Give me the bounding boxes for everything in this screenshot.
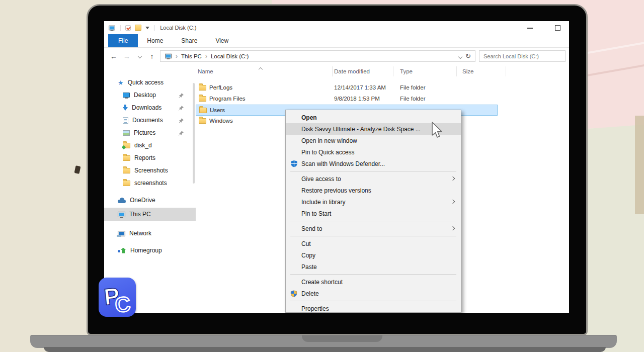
sidebar-item-desktop[interactable]: Desktop: [104, 89, 196, 101]
sidebar-item-downloads[interactable]: Downloads: [104, 102, 196, 114]
file-name: Users: [210, 107, 225, 113]
menu-item-cut[interactable]: Cut: [286, 238, 461, 249]
menu-item-give-access-to[interactable]: Give access to: [286, 173, 461, 185]
breadcrumb-this-pc[interactable]: This PC: [181, 53, 202, 59]
sidebar-item-this-pc[interactable]: This PC: [104, 208, 196, 220]
up-icon[interactable]: ↑: [146, 48, 157, 64]
navigation-pane: ★ Quick access Desktop Downloads Documen…: [104, 64, 196, 313]
crumb-chevron-icon: ›: [205, 53, 207, 60]
submenu-arrow-icon: [451, 226, 455, 230]
sidebar-item-screenshots-lower[interactable]: screenshots: [104, 177, 196, 189]
forward-icon[interactable]: →: [121, 48, 132, 64]
folder-icon: [123, 168, 130, 173]
column-header-name[interactable]: Name: [198, 68, 213, 74]
ribbon-tabs: File Home Share View: [104, 34, 569, 48]
logo-letter-c: C: [114, 292, 131, 317]
menu-separator: [290, 274, 456, 275]
sidebar-item-label: Screenshots: [134, 167, 168, 174]
address-dropdown-icon[interactable]: [459, 53, 462, 59]
menu-item-delete[interactable]: Delete: [286, 288, 461, 299]
menu-item-pin-to-start[interactable]: Pin to Start: [286, 208, 461, 219]
menu-separator: [290, 221, 456, 221]
sidebar-item-label: Desktop: [134, 92, 156, 99]
sidebar-item-label: disk_d: [134, 142, 152, 149]
menu-item-scan-with-defender[interactable]: Scan with Windows Defender...: [286, 158, 461, 169]
mouse-cursor: [431, 122, 443, 140]
toolbar-dropdown-caret-icon[interactable]: [145, 27, 149, 29]
sidebar-item-pictures[interactable]: Pictures: [104, 127, 196, 139]
star-icon: ★: [118, 79, 124, 86]
search-input[interactable]: [479, 50, 566, 62]
download-arrow-icon: [123, 105, 128, 111]
sidebar-item-label: Reports: [134, 154, 155, 161]
sidebar-item-label: screenshots: [134, 180, 167, 187]
sidebar-item-label: Downloads: [132, 104, 162, 111]
back-icon[interactable]: ←: [108, 48, 119, 64]
sidebar-item-documents[interactable]: Documents: [104, 114, 196, 126]
pin-icon: [179, 105, 184, 112]
checkbox-icon[interactable]: [125, 25, 131, 31]
drive-icon: [165, 54, 172, 58]
background-shape-tan: [635, 116, 644, 214]
menu-item-pin-to-quick-access[interactable]: Pin to Quick access: [286, 146, 461, 158]
tab-view[interactable]: View: [206, 34, 237, 47]
sidebar-item-label: Quick access: [128, 79, 164, 86]
file-name: Program Files: [209, 96, 246, 102]
menu-item-paste[interactable]: Paste: [286, 261, 461, 273]
submenu-arrow-icon: [451, 177, 455, 181]
menu-item-create-shortcut[interactable]: Create shortcut: [286, 276, 461, 288]
sidebar-item-label: Documents: [132, 117, 163, 124]
file-name: PerfLogs: [209, 84, 232, 91]
folder-icon: [199, 85, 206, 91]
folder-icon: [199, 96, 206, 102]
document-icon: [123, 117, 128, 124]
menu-separator: [290, 236, 456, 236]
defender-shield-icon: [290, 160, 301, 167]
sidebar-item-reports[interactable]: Reports: [104, 152, 196, 164]
file-row-perflogs[interactable]: PerfLogs 12/14/2017 1:33 AM File folder: [196, 82, 568, 94]
sidebar-item-quick-access[interactable]: ★ Quick access: [104, 76, 196, 89]
menu-item-include-in-library[interactable]: Include in library: [286, 196, 461, 208]
refresh-icon[interactable]: ↻: [465, 52, 471, 60]
breadcrumb-local-disk[interactable]: Local Disk (C:): [211, 53, 249, 59]
tab-file[interactable]: File: [108, 34, 138, 47]
sidebar-scrollbar[interactable]: [193, 83, 195, 184]
title-bar: | | Local Disk (C:): [104, 21, 569, 34]
picture-icon: [123, 130, 130, 136]
pin-icon: [179, 118, 184, 125]
sidebar-item-label: Pictures: [134, 129, 155, 136]
file-type: File folder: [400, 84, 426, 91]
folder-icon: [123, 181, 130, 186]
pin-icon: [179, 93, 184, 100]
file-explorer-window: | | Local Disk (C:) File Home Share View…: [104, 21, 569, 313]
onedrive-cloud-icon: [118, 200, 126, 203]
column-header-type[interactable]: Type: [400, 68, 413, 74]
address-bar[interactable]: › This PC › Local Disk (C:) ↻: [160, 50, 475, 62]
sidebar-item-label: Network: [129, 230, 151, 237]
tab-home[interactable]: Home: [138, 34, 172, 47]
sidebar-item-disk-d[interactable]: disk_d: [104, 139, 196, 151]
sidebar-item-network[interactable]: Network: [104, 227, 196, 239]
column-header-date[interactable]: Date modified: [334, 68, 370, 74]
menu-separator: [290, 301, 456, 301]
new-folder-icon[interactable]: [135, 25, 141, 31]
maximize-button[interactable]: [549, 21, 566, 34]
sidebar-item-onedrive[interactable]: OneDrive: [104, 194, 196, 206]
folder-icon: [199, 108, 207, 113]
menu-item-restore-previous-versions[interactable]: Restore previous versions: [286, 185, 461, 196]
sidebar-item-homegroup[interactable]: Homegroup: [104, 244, 196, 256]
laptop-base-foot: [44, 347, 606, 352]
sidebar-item-screenshots[interactable]: Screenshots: [104, 164, 196, 177]
sort-ascending-icon[interactable]: [259, 65, 262, 72]
tab-share[interactable]: Share: [172, 34, 206, 47]
column-header-size[interactable]: Size: [462, 68, 473, 74]
menu-item-send-to[interactable]: Send to: [286, 223, 461, 234]
file-row-program-files[interactable]: Program Files 9/8/2018 1:53 PM File fold…: [196, 94, 568, 105]
history-caret-icon[interactable]: [134, 48, 145, 64]
menu-item-copy[interactable]: Copy: [286, 249, 461, 261]
minimize-button[interactable]: [522, 21, 539, 34]
sidebar-item-label: Homegroup: [130, 247, 162, 254]
menu-item-properties[interactable]: Properties: [286, 303, 461, 313]
this-pc-icon: [118, 212, 125, 217]
shared-folder-icon: [123, 143, 130, 148]
